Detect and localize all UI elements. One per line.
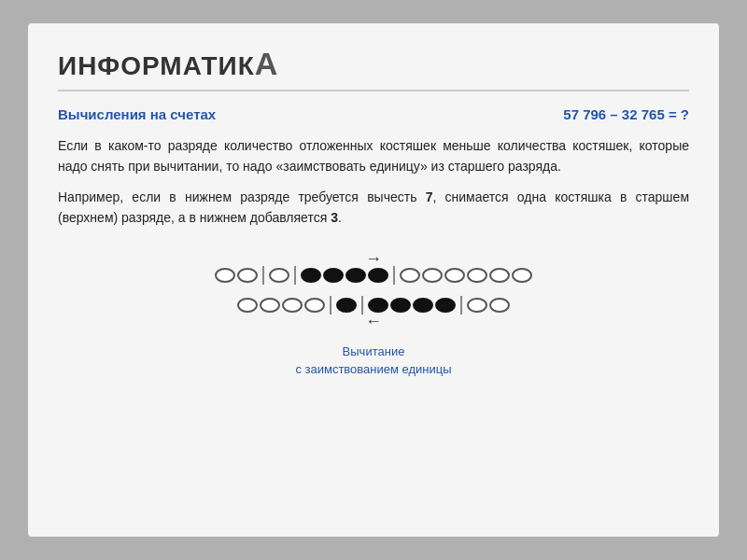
caption-line1: Вычитание — [295, 343, 451, 361]
logo-main: ИНФОРМАТИК — [58, 51, 255, 80]
bead-group-4 — [399, 268, 533, 283]
bead-filled — [435, 298, 456, 313]
bead — [260, 298, 280, 313]
p2-end: . — [338, 210, 342, 225]
bead — [304, 298, 325, 313]
bead-filled — [368, 298, 388, 313]
bead-group-1 — [214, 268, 259, 283]
rod — [262, 266, 264, 285]
bead-group-6 — [335, 298, 358, 313]
slide: ИНФОРМАТИКА Вычисления на счетах 57 796 … — [28, 23, 719, 537]
bead — [400, 268, 420, 283]
bead — [489, 268, 510, 283]
paragraph-1: Если в каком-то разряде количество отлож… — [58, 135, 689, 177]
p2-start: Например, если в нижнем разряде требуетс… — [58, 189, 426, 204]
bead-group-5 — [236, 298, 326, 313]
abacus-area: → — [58, 247, 689, 379]
bead-filled — [323, 268, 344, 283]
bead-filled — [413, 298, 433, 313]
rod — [330, 296, 331, 315]
bead — [444, 268, 465, 283]
header: ИНФОРМАТИКА — [58, 46, 689, 91]
bead — [467, 298, 487, 313]
bead-filled — [390, 298, 411, 313]
abacus-caption: Вычитание с заимствованием единицы — [295, 343, 451, 379]
arrow-left-icon: ← — [365, 312, 382, 331]
bead — [422, 268, 443, 283]
paragraph-2: Например, если в нижнем разряде требуетс… — [58, 187, 689, 229]
section-title: Вычисления на счетах — [58, 106, 216, 122]
rod — [294, 266, 296, 285]
p1-text: Если в каком-то разряде количество отлож… — [58, 138, 689, 174]
bead-group-3 — [300, 268, 389, 283]
bead — [489, 298, 510, 313]
bead — [467, 268, 487, 283]
equation: 57 796 – 32 765 = ? — [563, 106, 689, 122]
bead — [237, 268, 258, 283]
bead — [512, 268, 532, 283]
title-row: Вычисления на счетах 57 796 – 32 765 = ? — [58, 106, 689, 122]
rod — [393, 266, 395, 285]
abacus-row-top: → — [214, 266, 533, 285]
logo-suffix: А — [255, 46, 279, 81]
bead-group-8 — [466, 298, 511, 313]
bead-filled — [368, 268, 388, 283]
bead-filled — [345, 268, 366, 283]
bead-group-2 — [268, 268, 290, 283]
rod — [361, 296, 363, 315]
bead-filled — [336, 298, 357, 313]
caption-line2: с заимствованием единицы — [295, 360, 451, 379]
bead-group-7 — [367, 298, 457, 313]
bead — [237, 298, 258, 313]
bead — [215, 268, 235, 283]
logo: ИНФОРМАТИКА — [58, 46, 278, 82]
arrow-right-icon: → — [365, 249, 382, 269]
bead — [282, 298, 303, 313]
abacus-row-bottom: ← — [236, 296, 511, 315]
bead — [269, 268, 289, 283]
rod — [460, 296, 462, 315]
bead-filled — [301, 268, 321, 283]
p2-num2: 3 — [331, 210, 338, 225]
